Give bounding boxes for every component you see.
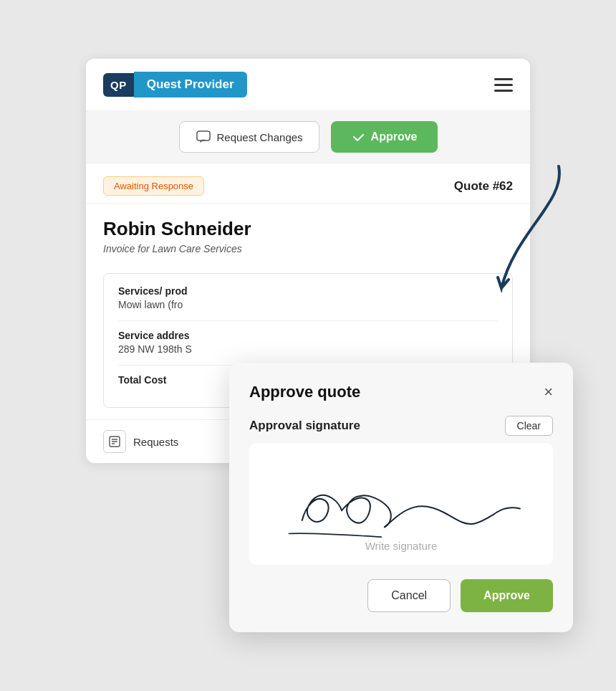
signature-header: Approval signature Clear xyxy=(249,416,553,436)
request-changes-label: Request Changes xyxy=(217,131,303,143)
quote-number: Quote #62 xyxy=(454,179,513,194)
chat-icon xyxy=(196,129,211,145)
service-address-label: Service addres xyxy=(118,330,498,341)
approve-main-button[interactable]: Approve xyxy=(331,121,438,153)
hamburger-menu[interactable] xyxy=(494,78,513,92)
modal-header: Approve quote × xyxy=(249,383,553,401)
modal-actions: Cancel Approve xyxy=(249,579,553,612)
status-badge: Awaiting Response xyxy=(103,176,204,196)
modal-close-button[interactable]: × xyxy=(544,384,553,400)
cancel-button[interactable]: Cancel xyxy=(367,579,451,612)
requests-icon xyxy=(103,430,126,453)
check-icon xyxy=(351,130,365,144)
customer-section: Robin Schneider Invoice for Lawn Care Se… xyxy=(86,204,530,273)
approve-quote-modal: Approve quote × Approval signature Clear… xyxy=(229,363,573,632)
logo: QP Quest Provider xyxy=(103,72,247,97)
requests-label: Requests xyxy=(133,436,178,448)
approve-modal-button[interactable]: Approve xyxy=(461,579,553,612)
signature-label: Approval signature xyxy=(249,419,360,433)
signature-drawing xyxy=(249,443,553,565)
svg-rect-0 xyxy=(197,131,210,140)
customer-name: Robin Schneider xyxy=(103,218,513,240)
request-changes-button[interactable]: Request Changes xyxy=(179,121,319,153)
signature-canvas[interactable]: Write signature xyxy=(249,443,553,565)
invoice-subtitle: Invoice for Lawn Care Services xyxy=(103,243,513,254)
logo-abbr: QP xyxy=(103,73,134,97)
service-product-label: Services/ prod xyxy=(118,285,498,297)
service-product-row: Services/ prod Mowi lawn (fro xyxy=(118,285,498,310)
quote-info: Awaiting Response Quote #62 xyxy=(86,163,530,204)
approve-main-label: Approve xyxy=(371,130,418,143)
service-address-value: 289 NW 198th S xyxy=(118,343,498,355)
app-header: QP Quest Provider xyxy=(86,59,530,111)
action-bar: Request Changes Approve xyxy=(86,111,530,163)
modal-title: Approve quote xyxy=(249,383,360,401)
service-address-row: Service addres 289 NW 198th S xyxy=(118,320,498,355)
clear-button[interactable]: Clear xyxy=(505,416,553,436)
service-product-value: Mowi lawn (fro xyxy=(118,299,498,310)
logo-name: Quest Provider xyxy=(134,72,247,97)
